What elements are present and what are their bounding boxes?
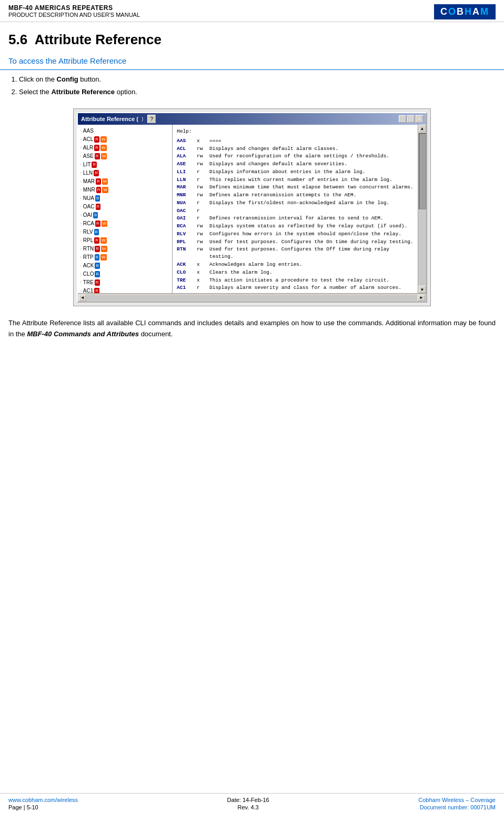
scroll-track-h [87, 295, 417, 300]
tree-panel[interactable]: ◦AAS ◦ACL RW ◦ALR RW ◦ASE RW [78, 125, 173, 293]
page-number: Page | 5-10 [8, 804, 78, 810]
section-number: 5.6 [8, 32, 27, 47]
body-paragraph: The Attribute Reference lists all availa… [0, 318, 504, 340]
scroll-left[interactable]: ◄ [79, 295, 86, 301]
steps-content: Click on the Config button. Select the A… [0, 74, 504, 97]
footer-rev: Rev. 4.3 [238, 804, 259, 810]
footer-left: www.cobham.com/wireless Page | 5-10 [8, 797, 78, 810]
description-paragraph: The Attribute Reference lists all availa… [8, 318, 496, 340]
tree-item[interactable]: ◦RTP BW [80, 253, 170, 262]
tree-item[interactable]: ◦AAS [80, 127, 170, 135]
dialog-controls: _ □ × [399, 115, 423, 123]
tree-item[interactable]: ◦ACL RW [80, 135, 170, 144]
scrollbar-track [419, 210, 426, 286]
cmd-line: NUArDisplays the first/oldest non-acknow… [177, 199, 414, 207]
website-link[interactable]: www.cobham.com/wireless [8, 797, 78, 803]
scrollbar-up[interactable]: ▲ [419, 125, 426, 132]
tree-item[interactable]: ◦OAI B [80, 211, 170, 219]
cmd-line: CLOxClears the alarm log. [177, 269, 414, 276]
cmd-line: LLIrDisplays information about entries i… [177, 168, 414, 176]
step-2-bold: Attribute Reference [51, 88, 115, 96]
cmd-line: ASErwDisplays and changes default alarm … [177, 161, 414, 168]
maximize-button[interactable]: □ [407, 115, 415, 123]
cmd-line: AC1rDisplays alarm severity and class fo… [177, 284, 414, 292]
footer-right: Cobham Wireless – Coverage Document numb… [418, 797, 496, 810]
tree-item[interactable]: ◦LIT R [80, 161, 170, 169]
header-title: MBF-40 AMERICAS REPEATERS [8, 4, 140, 12]
footer-company: Cobham Wireless – Coverage [418, 797, 496, 803]
minimize-button[interactable]: _ [399, 115, 406, 123]
cobham-logo: COBHAM [434, 4, 496, 19]
screenshot-wrapper: Attribute Reference ( ) ? _ □ × ◦AAS [0, 102, 504, 313]
tree-item[interactable]: ◦NUA B [80, 194, 170, 203]
cmd-line: LLNrThis replies with current number of … [177, 176, 414, 184]
close-button[interactable]: × [416, 115, 423, 123]
attr-ref-screenshot: Attribute Reference ( ) ? _ □ × ◦AAS [73, 108, 431, 306]
attr-ref-dialog: Attribute Reference ( ) ? _ □ × ◦AAS [77, 112, 427, 303]
cmd-line: RLVrwConfigures how errors in the system… [177, 230, 414, 238]
cmd-line: OACr [177, 207, 414, 215]
dialog-title-extra: ) [140, 116, 144, 122]
cmd-line: ACKxAcknowledges alarm log entries. [177, 261, 414, 268]
tree-item[interactable]: ◦AC1 R [80, 287, 170, 293]
cmd-line: RCArwDisplays system status as reflected… [177, 223, 414, 230]
tree-item[interactable]: ◦RTN RW [80, 245, 170, 253]
cmd-line: MARrwDefines minimum time that must elap… [177, 184, 414, 191]
dialog-title: Attribute Reference ( [81, 116, 138, 122]
scrollbar-thumb[interactable] [419, 133, 426, 209]
footer-date: Date: 14-Feb-16 [227, 797, 269, 803]
footer-docnum: Document number: 00071UM [420, 804, 496, 810]
section-title: Attribute Reference [35, 32, 162, 47]
tree-item[interactable]: ◦ACK B [80, 262, 170, 270]
tree-item[interactable]: ◦RPL RW [80, 236, 170, 245]
tree-item[interactable]: ◦MAR RW [80, 177, 170, 186]
help-button[interactable]: ? [147, 115, 156, 123]
content-panel[interactable]: Help: AASx==== ACLrwDisplays and changes… [173, 125, 418, 293]
cmd-line: RTNrwUsed for test purposes. Configures … [177, 246, 414, 260]
scrollbar-down[interactable]: ▼ [419, 286, 426, 293]
page-footer: www.cobham.com/wireless Page | 5-10 Date… [0, 793, 504, 814]
page-header: MBF-40 AMERICAS REPEATERS PRODUCT DESCRI… [0, 0, 504, 22]
cmd-line: TRExThis action initiates a procedure to… [177, 277, 414, 284]
tree-item[interactable]: ◦OAC R [80, 203, 170, 211]
header-text: MBF-40 AMERICAS REPEATERS PRODUCT DESCRI… [8, 4, 140, 18]
section-heading: 5.6 Attribute Reference [0, 22, 504, 51]
step-list: Click on the Config button. Select the A… [19, 74, 496, 97]
tree-item[interactable]: ◦RCA RW [80, 219, 170, 228]
tree-item[interactable]: ◦MNR RW [80, 186, 170, 194]
cmd-line: RPLrwUsed for test purposes. Configures … [177, 238, 414, 246]
cmd-line: AL1rDisplays alarm configurations for EX… [177, 292, 414, 293]
tree-item[interactable]: ◦ASE RW [80, 152, 170, 161]
subsection-heading: To access the Attribute Reference [0, 51, 504, 70]
cmd-line: ACLrwDisplays and changes default alarm … [177, 145, 414, 153]
scroll-right[interactable]: ► [418, 295, 425, 301]
dialog-titlebar: Attribute Reference ( ) ? _ □ × [78, 113, 426, 125]
tree-item[interactable]: ◦ALR RW [80, 144, 170, 152]
para-text2: document. [139, 330, 173, 338]
cmd-line: MNRrwDefines alarm retransmission attemp… [177, 192, 414, 199]
dialog-body: ◦AAS ◦ACL RW ◦ALR RW ◦ASE RW [78, 125, 426, 293]
para-italic: MBF-40 Commands and Attributes [27, 330, 139, 338]
help-label: Help: [177, 128, 414, 135]
footer-center: Date: 14-Feb-16 Rev. 4.3 [227, 797, 269, 810]
step-1: Click on the Config button. [19, 74, 496, 85]
step-1-bold: Config [57, 75, 78, 83]
horizontal-scrollbar[interactable]: ◄ ► [78, 293, 426, 302]
header-subtitle: PRODUCT DESCRIPTION AND USER'S MANUAL [8, 12, 140, 18]
tree-item[interactable]: ◦TRE R [80, 278, 170, 287]
cmd-line: OAIrDefines retransmission interval for … [177, 215, 414, 222]
tree-item[interactable]: ◦RLV B [80, 228, 170, 236]
cmd-line: ALArwUsed for reconfiguration of the ala… [177, 153, 414, 160]
dialog-scrollbar[interactable]: ▲ ▼ [418, 125, 426, 293]
tree-item[interactable]: ◦LLN R [80, 169, 170, 177]
cmd-line: AASx==== [177, 137, 414, 145]
logo-box: COBHAM [434, 4, 496, 19]
step-2: Select the Attribute Reference option. [19, 87, 496, 97]
tree-item[interactable]: ◦CLO B [80, 270, 170, 278]
